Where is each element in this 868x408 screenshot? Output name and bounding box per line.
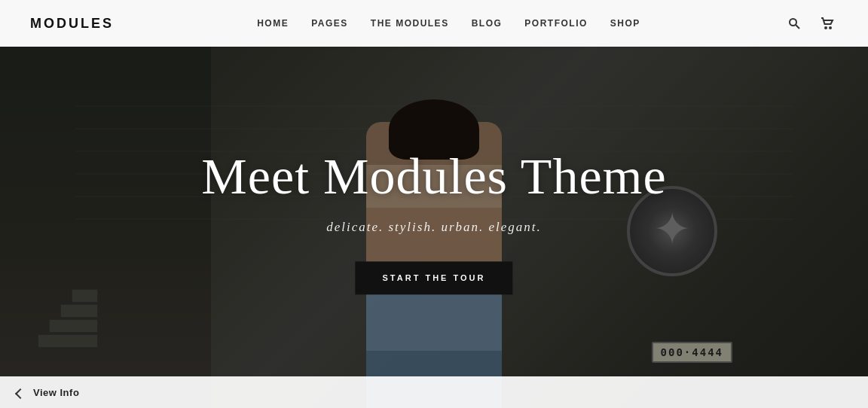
view-info-label: View Info bbox=[33, 387, 79, 398]
svg-point-2 bbox=[825, 27, 827, 29]
hero-section: ✦ 000·4444 MODULES HOME PAGES THE MODULE… bbox=[0, 0, 868, 408]
search-button[interactable] bbox=[784, 13, 805, 34]
nav-link-pages[interactable]: PAGES bbox=[311, 18, 348, 29]
hero-title: Meet Modules Theme bbox=[201, 148, 666, 205]
nav-link-portfolio[interactable]: PORTFOLIO bbox=[524, 18, 588, 29]
svg-point-3 bbox=[830, 27, 831, 29]
nav-link-the-modules[interactable]: THE MODULES bbox=[371, 18, 449, 29]
nav-link-blog[interactable]: BLOG bbox=[472, 18, 503, 29]
start-tour-button[interactable]: START THE TOUR bbox=[356, 261, 513, 294]
hero-subtitle: delicate. stylish. urban. elegant. bbox=[201, 220, 666, 235]
nav-icons bbox=[784, 13, 838, 34]
svg-point-0 bbox=[790, 19, 796, 26]
view-info-button[interactable]: View Info bbox=[15, 387, 79, 398]
navbar: MODULES HOME PAGES THE MODULES BLOG PORT… bbox=[0, 0, 868, 47]
nav-link-shop[interactable]: SHOP bbox=[610, 18, 640, 29]
svg-line-1 bbox=[796, 25, 799, 29]
view-info-bar: View Info bbox=[0, 376, 868, 408]
hero-content: Meet Modules Theme delicate. stylish. ur… bbox=[201, 148, 666, 294]
cart-icon bbox=[821, 17, 834, 29]
nav-link-home[interactable]: HOME bbox=[257, 18, 289, 29]
cart-button[interactable] bbox=[817, 13, 838, 34]
chevron-up-icon bbox=[15, 387, 26, 397]
search-icon bbox=[788, 17, 800, 29]
brand-logo: MODULES bbox=[30, 16, 114, 32]
nav-links: HOME PAGES THE MODULES BLOG PORTFOLIO SH… bbox=[257, 18, 640, 29]
